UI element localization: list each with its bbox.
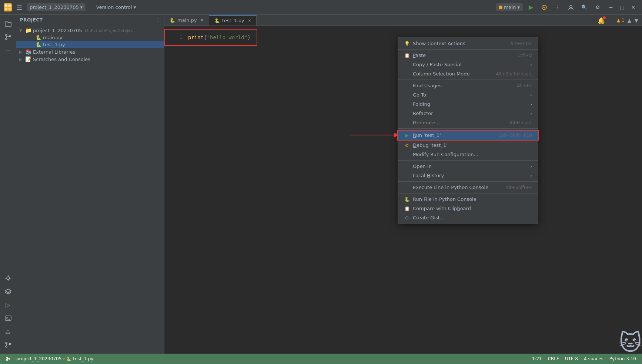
ctx-shortcut-paste: Ctrl+V (517, 53, 532, 58)
sidebar-title: Project (20, 17, 43, 23)
scroll-up-button[interactable]: ▲ (627, 17, 631, 23)
search-icon[interactable]: 🔍 (579, 2, 589, 13)
ctx-open-in[interactable]: Open In › (398, 162, 538, 171)
maximize-button[interactable]: □ (617, 2, 627, 13)
status-position[interactable]: 1:21 (530, 356, 544, 361)
run-config-selector[interactable]: main ▾ (496, 3, 523, 11)
settings-icon[interactable]: ⚙ (592, 2, 603, 13)
ctx-column-selection[interactable]: Column Selection Mode Alt+Shift+Insert (398, 69, 538, 78)
tree-item-main-py[interactable]: 🐍 main.py (16, 34, 164, 41)
status-line-endings[interactable]: CRLF (546, 356, 561, 361)
app-logo (4, 3, 12, 11)
svg-rect-0 (5, 4, 7, 7)
tab-close-main[interactable]: ✕ (201, 18, 204, 22)
ctx-arrow-copy-paste: › (530, 62, 532, 67)
status-language[interactable]: Python 3.10 (607, 356, 638, 361)
ctx-show-context-actions[interactable]: 💡 Show Context Actions Alt+Enter (398, 39, 538, 48)
close-button[interactable]: ✕ (628, 2, 638, 13)
ctx-left-copy-paste: Copy / Paste Special (404, 62, 462, 67)
project-selector[interactable]: project_1_20230705 ▾ (27, 3, 86, 11)
ctx-debug-test[interactable]: ⚙ Debug 'test_1' (398, 141, 538, 150)
code-paren-open: ( (204, 34, 207, 40)
vc-label: Version control (96, 4, 132, 10)
sidebar-more-button[interactable]: ⋮ (156, 17, 160, 23)
ctx-execute-line[interactable]: Execute Line in Python Console Alt+Shift… (398, 183, 538, 192)
tab-test-py[interactable]: 🐍 test_1.py ✕ (209, 15, 257, 26)
tab-test-label: test_1.py (222, 18, 244, 23)
tree-item-project-root[interactable]: ▼ 📁 project_1_20230705 D:\PythonProject\… (16, 27, 164, 34)
python-file-icon: 🐍 (36, 35, 41, 40)
svg-marker-14 (5, 289, 11, 293)
debug-button[interactable] (539, 2, 549, 13)
activity-dots-icon[interactable]: ··· (2, 44, 14, 56)
activity-git-icon[interactable] (2, 31, 14, 43)
activity-git2-icon[interactable] (2, 339, 14, 351)
user-icon[interactable] (566, 2, 576, 13)
ctx-modify-run[interactable]: Modify Run Configuration... (398, 150, 538, 159)
ctx-local-history[interactable]: Local History › (398, 171, 538, 180)
ctx-compare-clipboard[interactable]: 📋 Compare with Clipboard (398, 204, 538, 213)
ctx-shortcut-generate: Alt+Insert (509, 120, 532, 125)
ctx-go-to[interactable]: Go To › (398, 90, 538, 100)
ctx-label-copy-paste: Copy / Paste Special (413, 62, 462, 67)
activity-terminal-icon[interactable] (2, 312, 14, 324)
activity-folder-icon[interactable] (2, 18, 14, 30)
arrow-line (350, 135, 394, 135)
svg-point-9 (7, 277, 10, 280)
ctx-label-debug: Debug 'test_1' (413, 142, 448, 148)
more-actions-button[interactable]: ⋮ (552, 2, 563, 13)
tree-item-scratches[interactable]: ▶ 📝 Scratches and Consoles (16, 55, 164, 63)
status-vcs-icon[interactable] (4, 357, 13, 361)
ctx-run-file-python[interactable]: 🐍 Run File in Python Console (398, 195, 538, 204)
ctx-sep-3 (398, 128, 538, 129)
ctx-refactor[interactable]: Refactor › (398, 109, 538, 118)
notification-area: 🔔 (598, 17, 605, 24)
run-button[interactable]: ▶ (526, 2, 536, 13)
activity-warning-icon[interactable]: ⚠ (2, 326, 14, 337)
tree-item-test-py[interactable]: 🐍 test_1.py (16, 41, 164, 48)
tree-external-arrow: ▶ (19, 50, 24, 54)
ctx-label-show-context: Show Context Actions (413, 41, 465, 46)
ctx-copy-paste-special[interactable]: Copy / Paste Special › (398, 60, 538, 69)
ctx-folding[interactable]: Folding › (398, 100, 538, 109)
ctx-label-local-history: Local History (413, 173, 444, 178)
hamburger-menu-icon[interactable]: ☰ (15, 3, 24, 12)
activity-layers-icon[interactable] (2, 286, 14, 297)
status-file-python-icon: 🐍 (66, 357, 71, 361)
ctx-left-folding: Folding (404, 101, 430, 107)
svg-point-21 (7, 360, 8, 361)
notification-bell-button[interactable]: 🔔 (598, 17, 605, 24)
ctx-create-gist[interactable]: ⊙ Create Gist... (398, 213, 538, 222)
ctx-label-gist: Create Gist... (413, 215, 444, 220)
ctx-run-test[interactable]: ▶ Run 'test_1' Ctrl+Shift+F10 (397, 130, 539, 141)
statusbar: project_1_20230705 › 🐍 test_1.py 1:21 CR… (0, 354, 642, 364)
ctx-find-usages[interactable]: Find Usages Alt+F7 (398, 81, 538, 90)
activity-play-icon[interactable]: ▷ (2, 299, 14, 311)
activity-plugins-icon[interactable] (2, 272, 14, 284)
ctx-left-column: Column Selection Mode (404, 71, 469, 77)
version-control-selector[interactable]: Version control ▾ (96, 4, 136, 10)
scroll-down-button[interactable]: ▼ (634, 17, 638, 23)
status-indent[interactable]: 4 spaces (582, 356, 606, 361)
minimize-button[interactable]: ─ (606, 2, 616, 13)
scratches-icon: 📝 (25, 56, 31, 62)
project-dropdown-icon: ▾ (80, 4, 83, 10)
ctx-label-column: Column Selection Mode (413, 71, 469, 77)
status-encoding[interactable]: UTF-8 (563, 356, 580, 361)
external-libs-label: External Libraries (33, 49, 75, 55)
status-breadcrumb-sep: › (63, 356, 65, 361)
ctx-paste[interactable]: 📋 Paste Ctrl+V (398, 51, 538, 60)
ctx-label-run-file: Run File in Python Console (413, 196, 477, 202)
svg-point-7 (6, 38, 7, 40)
status-project-path[interactable]: project_1_20230705 › 🐍 test_1.py (14, 356, 96, 361)
tab-main-py[interactable]: 🐍 main.py ✕ (164, 15, 209, 25)
ctx-arrow-folding: › (530, 102, 532, 107)
status-crlf-label: CRLF (548, 356, 559, 361)
code-editor[interactable]: 1 print("hello world") (167, 30, 254, 44)
tab-close-test[interactable]: ✕ (248, 18, 251, 23)
ctx-label-open-in: Open In (413, 164, 432, 169)
main-layout: ··· ▷ ⚠ (0, 15, 642, 354)
tree-item-external-libs[interactable]: ▶ 📚 External Libraries (16, 48, 164, 55)
sidebar-header: Project ⋮ (16, 15, 164, 25)
ctx-generate[interactable]: Generate... Alt+Insert (398, 118, 538, 127)
